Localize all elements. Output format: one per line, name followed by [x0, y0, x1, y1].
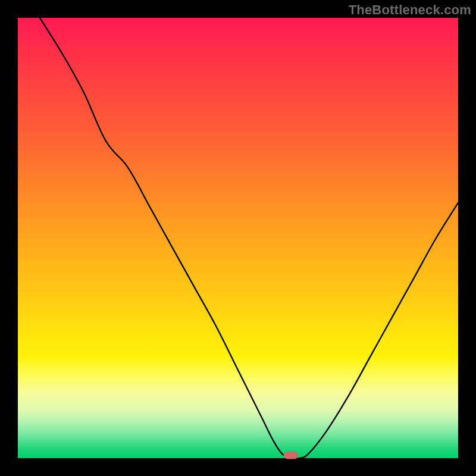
- plot-area: [18, 18, 458, 458]
- curve-svg: [18, 18, 458, 458]
- watermark-text: TheBottleneck.com: [349, 2, 471, 18]
- bottleneck-curve: [40, 18, 458, 458]
- chart-frame: TheBottleneck.com: [0, 0, 476, 476]
- optimal-marker: [284, 451, 298, 459]
